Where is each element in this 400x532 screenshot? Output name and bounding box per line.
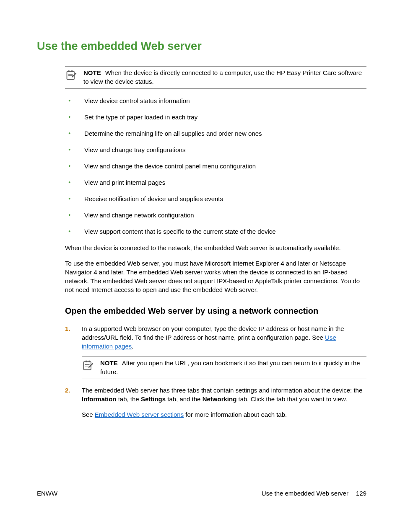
tab-name: Networking [203,395,237,403]
steps-list: 1. In a supported Web browser on your co… [65,324,366,419]
list-item: Determine the remaining life on all supp… [65,129,366,138]
list-item: View and print internal pages [65,178,366,187]
link-ews-sections[interactable]: Embedded Web server sections [95,411,184,418]
step-number: 1. [65,324,70,333]
list-item: View device control status information [65,96,366,105]
note-icon [82,359,94,371]
note-icon [65,69,78,81]
list-item: View support content that is specific to… [65,227,366,236]
page-footer: ENWW Use the embedded Web server 129 [37,489,366,498]
step-text: See [82,411,95,418]
note-text: After you open the URL, you can bookmark… [100,359,360,375]
step-text: In a supported Web browser on your compu… [82,325,344,341]
list-item: View and change tray configurations [65,145,366,154]
list-item: Set the type of paper loaded in each tra… [65,113,366,121]
tab-name: Information [82,395,117,403]
step-item: 2. The embedded Web server has three tab… [65,386,366,419]
page-heading: Use the embedded Web server [37,39,366,54]
note-box-nested: NOTEAfter you open the URL, you can book… [82,356,366,379]
list-item: View and change network configuration [65,211,366,220]
list-item: Receive notification of device and suppl… [65,194,366,203]
tab-name: Settings [141,395,166,403]
subsection-heading: Open the embedded Web server by using a … [65,305,366,317]
page-number: 129 [356,489,366,498]
step-text-after: . [132,343,133,350]
list-item: View and change the device control panel… [65,162,366,170]
step-text: The embedded Web server has three tabs t… [82,387,362,394]
footer-title: Use the embedded Web server [262,489,348,498]
note-text: When the device is directly connected to… [83,69,362,85]
step-item: 1. In a supported Web browser on your co… [65,324,366,379]
step-number: 2. [65,386,70,395]
note-label: NOTE [83,69,101,76]
note-label: NOTE [100,359,118,367]
feature-list: View device control status information S… [65,96,366,236]
paragraph: When the device is connected to the netw… [65,243,366,252]
note-box-top: NOTEWhen the device is directly connecte… [65,66,366,89]
paragraph: To use the embedded Web server, you must… [65,259,366,294]
footer-left: ENWW [37,489,57,498]
